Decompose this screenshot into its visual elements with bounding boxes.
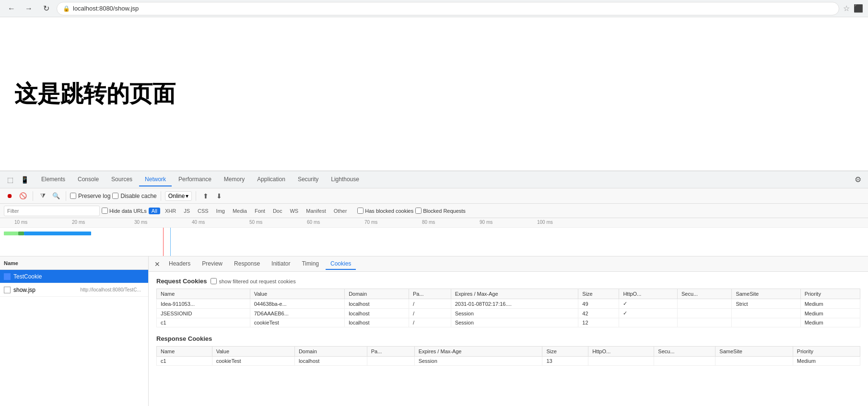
tab-timing[interactable]: Timing [297, 258, 324, 270]
has-blocked-cookies-input[interactable] [357, 208, 364, 214]
disable-cache-input[interactable] [112, 193, 118, 199]
filter-toggle-button[interactable]: ⧩ [37, 190, 48, 202]
req-cookie-3-http [619, 318, 678, 327]
filter-type-img[interactable]: Img [213, 208, 228, 214]
filter-type-media[interactable]: Media [230, 208, 250, 214]
throttle-dropdown[interactable]: Online ▾ [165, 191, 192, 201]
filter-input[interactable] [4, 206, 100, 216]
devtools-settings-button[interactable]: ⚙ [852, 174, 864, 186]
tab-response[interactable]: Response [229, 258, 265, 270]
page-title: 这是跳转的页面 [14, 79, 176, 109]
detail-close-button[interactable]: ✕ [152, 259, 162, 269]
request-cookies-table: Name Value Domain Pa... Expires / Max-Ag… [156, 289, 860, 327]
request-row-testcookie[interactable]: TestCookie [0, 270, 148, 283]
req-cookie-3-name: c1 [157, 318, 250, 327]
req-cookie-2-value: 7D6AAAEB6... [250, 309, 344, 318]
show-filtered-label[interactable]: show filtered out request cookies [211, 278, 295, 284]
filter-type-doc[interactable]: Doc [270, 208, 285, 214]
ruler-mark-60: 60 ms [307, 220, 320, 225]
filter-type-ws[interactable]: WS [287, 208, 301, 214]
url-text: localhost:8080/show.jsp [73, 5, 139, 12]
request-row-showjsp[interactable]: show.jsp http://localhost:8080/TestC... [0, 283, 148, 297]
hide-data-urls-input[interactable] [102, 208, 108, 214]
disable-cache-checkbox[interactable]: Disable cache [112, 193, 156, 199]
req-cookie-row-3[interactable]: c1 cookieTest localhost / Session 12 Med… [157, 318, 860, 327]
filter-type-all[interactable]: All [149, 208, 160, 214]
req-col-domain: Domain [345, 289, 409, 299]
extensions-icon[interactable]: ⬛ [854, 4, 863, 13]
preserve-log-input[interactable] [70, 193, 76, 199]
req-col-priority: Priority [800, 289, 860, 299]
tab-security[interactable]: Security [292, 173, 324, 186]
req-cookie-1-samesite: Strict [732, 299, 800, 309]
timeline-bar-light-green [4, 232, 18, 235]
req-cookie-2-size: 42 [578, 309, 619, 318]
filter-type-other[interactable]: Other [331, 208, 350, 214]
has-blocked-cookies-checkbox[interactable]: Has blocked cookies [357, 208, 413, 214]
reload-button[interactable]: ↻ [39, 2, 53, 15]
res-cookie-1-http [588, 357, 654, 366]
lock-icon: 🔒 [63, 5, 70, 12]
tab-cookies[interactable]: Cookies [326, 258, 356, 270]
req-cookie-1-priority: Medium [800, 299, 860, 309]
page-content: 这是跳转的页面 [0, 17, 868, 171]
tab-console[interactable]: Console [72, 173, 105, 186]
req-cookie-row-2[interactable]: JSESSIONID 7D6AAAEB6... localhost / Sess… [157, 309, 860, 318]
throttle-arrow-icon: ▾ [186, 193, 188, 199]
blocked-requests-checkbox[interactable]: Blocked Requests [415, 208, 466, 214]
timeline-content [0, 228, 868, 256]
tab-performance[interactable]: Performance [173, 173, 217, 186]
show-filtered-checkbox[interactable] [211, 278, 217, 284]
req-col-http: HttpO... [619, 289, 678, 299]
tab-elements[interactable]: Elements [35, 173, 71, 186]
hide-data-urls-checkbox[interactable]: Hide data URLs [102, 208, 147, 214]
req-cookie-row-1[interactable]: Idea-911053... 044638ba-e... localhost /… [157, 299, 860, 309]
req-cookie-3-size: 12 [578, 318, 619, 327]
address-bar[interactable]: 🔒 localhost:8080/show.jsp [57, 2, 839, 15]
req-cookie-2-priority: Medium [800, 309, 860, 318]
toolbar-separator-2 [66, 191, 66, 201]
import-har-button[interactable]: ⬆ [200, 190, 211, 202]
preserve-log-label: Preserve log [78, 193, 110, 199]
req-col-size: Size [578, 289, 619, 299]
req-cookie-3-expires: Session [451, 318, 578, 327]
tab-memory[interactable]: Memory [218, 173, 250, 186]
request-icon-testcookie [4, 273, 11, 280]
tab-headers[interactable]: Headers [164, 258, 195, 270]
tab-preview[interactable]: Preview [197, 258, 227, 270]
back-button[interactable]: ← [5, 2, 18, 15]
req-cookie-3-priority: Medium [800, 318, 860, 327]
res-col-value: Value [212, 347, 294, 357]
filter-type-font[interactable]: Font [252, 208, 268, 214]
req-cookie-3-secure [677, 318, 731, 327]
device-toolbar-button[interactable]: 📱 [18, 174, 31, 186]
bookmark-icon[interactable]: ☆ [843, 4, 850, 13]
res-cookie-1-secure [654, 357, 716, 366]
req-cookie-3-value: cookieTest [250, 318, 344, 327]
tab-application[interactable]: Application [251, 173, 291, 186]
hide-data-urls-label: Hide data URLs [109, 208, 147, 214]
filter-type-js[interactable]: JS [181, 208, 193, 214]
devtools-panel: ⬚ 📱 Elements Console Sources Network Per… [0, 171, 868, 406]
tab-initiator[interactable]: Initiator [267, 258, 295, 270]
filter-bar: Hide data URLs All XHR JS CSS Img Media … [0, 204, 868, 218]
preserve-log-checkbox[interactable]: Preserve log [70, 193, 110, 199]
tab-network[interactable]: Network [139, 173, 172, 186]
filter-type-manifest[interactable]: Manifest [303, 208, 329, 214]
record-button[interactable]: ⏺ [4, 190, 15, 202]
forward-button[interactable]: → [22, 2, 35, 15]
inspect-element-button[interactable]: ⬚ [4, 174, 16, 186]
export-har-button[interactable]: ⬇ [213, 190, 225, 202]
tab-lighthouse[interactable]: Lighthouse [325, 173, 365, 186]
clear-button[interactable]: 🚫 [17, 190, 29, 202]
detail-tabbar: ✕ Headers Preview Response Initiator Tim… [149, 256, 868, 272]
blocked-requests-input[interactable] [415, 208, 422, 214]
res-col-size: Size [542, 347, 588, 357]
req-col-value: Value [250, 289, 344, 299]
blocked-requests-label: Blocked Requests [423, 208, 466, 214]
filter-type-xhr[interactable]: XHR [162, 208, 179, 214]
search-button[interactable]: 🔍 [50, 190, 62, 202]
res-cookie-row-1[interactable]: c1 cookieTest localhost Session 13 Mediu… [157, 357, 860, 366]
filter-type-css[interactable]: CSS [195, 208, 211, 214]
tab-sources[interactable]: Sources [106, 173, 138, 186]
